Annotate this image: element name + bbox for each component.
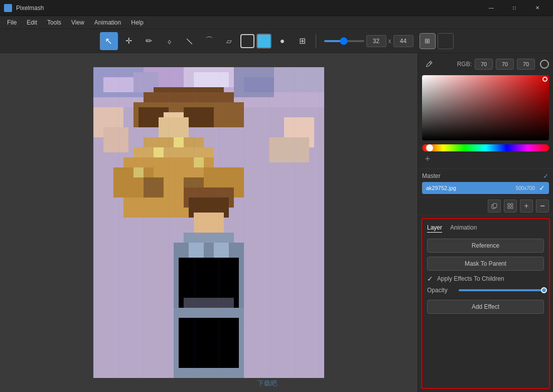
apply-effects-check: ✓ [427,275,433,283]
apply-effects-label: Apply Effects To Children [437,275,504,282]
svg-rect-43 [194,157,204,167]
main-area: 下载吧 RGB: 70 70 70 [0,53,553,392]
color-gradient[interactable] [422,75,549,140]
size-display: 32 x 44 [324,35,413,47]
toolbar-separator [316,34,316,48]
opacity-slider[interactable] [459,289,544,291]
opacity-fill [459,289,544,291]
menu-bar: File Edit Tools View Animation Help [0,16,553,29]
layer-remove-button[interactable]: − [536,200,549,213]
maximize-button[interactable]: □ [503,0,526,16]
svg-rect-6 [274,67,324,92]
svg-rect-10 [244,77,274,92]
watermark: 下载吧 [257,379,277,388]
toolbar: ↖ ✛ ✏ ⬨ | ⌒ ▱ ● ⊞ 32 x 44 ⊞ [0,29,553,53]
add-color-button[interactable]: + [422,153,433,164]
layer-filename: ak29752.jpg [426,185,512,191]
svg-rect-41 [174,137,184,147]
layers-section: Master ✓ ak29752.jpg 500x700 ✓ [418,169,553,198]
tab-layer[interactable]: Layer [427,224,442,233]
color-swatch[interactable] [256,34,271,49]
gradient-cursor [542,77,547,82]
menu-help[interactable]: Help [126,18,149,27]
props-tabs: Layer Animation [427,224,544,233]
svg-rect-39 [269,137,309,162]
app-icon [4,4,12,12]
menu-animation[interactable]: Animation [89,18,126,27]
master-label: Master [422,172,441,179]
minimize-button[interactable]: — [480,0,503,16]
pencil-tool[interactable]: ✏ [140,32,158,50]
svg-rect-55 [493,204,497,208]
layer-copy-button[interactable] [488,200,501,213]
svg-rect-42 [133,167,144,177]
master-check: ✓ [543,172,549,180]
svg-rect-9 [194,72,229,87]
window-controls: — □ ✕ [480,0,549,16]
opacity-row: Opacity [427,287,544,294]
color-tools-row: RGB: 70 70 70 [422,57,549,71]
svg-rect-40 [154,147,164,157]
opacity-label: Opacity [427,287,455,294]
move-tool[interactable]: ✛ [120,32,138,50]
menu-file[interactable]: File [2,18,22,27]
layer-grid-button[interactable] [504,200,517,213]
r-input[interactable]: 70 [475,59,493,70]
add-effect-button[interactable]: Add Effect [427,300,544,314]
canvas-area[interactable]: 下载吧 [0,53,418,392]
svg-rect-33 [179,318,239,368]
layer-size: 500x700 [516,185,535,191]
mask-to-parent-button[interactable]: Mask To Parent [427,257,544,271]
view-toggle: ⊞ [420,33,454,49]
right-panel: RGB: 70 70 70 + Master ✓ [418,53,553,392]
svg-rect-56 [508,204,510,206]
pixel-canvas [93,67,324,378]
close-button[interactable]: ✕ [526,0,549,16]
svg-rect-35 [214,243,229,258]
svg-rect-27 [194,213,224,233]
svg-rect-37 [103,127,128,152]
width-input[interactable]: 32 [366,35,386,47]
rect-tool[interactable] [240,34,254,48]
hue-slider[interactable] [422,144,549,151]
line-tool[interactable]: | [176,28,202,54]
menu-edit[interactable]: Edit [22,18,42,27]
curve-tool[interactable]: ⌒ [200,32,218,50]
cross-icon[interactable]: ⊞ [294,32,312,50]
svg-rect-59 [511,207,513,209]
svg-rect-57 [511,204,513,206]
layer-row[interactable]: ak29752.jpg 500x700 ✓ [422,182,549,194]
app-title: Pixelmash [16,5,476,12]
single-view-btn[interactable] [438,33,454,49]
eraser-tool[interactable]: ▱ [220,32,238,50]
svg-rect-23 [144,177,164,198]
layer-check: ✓ [539,184,545,192]
grid-view-btn[interactable]: ⊞ [420,33,436,49]
menu-view[interactable]: View [66,18,89,27]
svg-rect-34 [189,243,204,258]
color-section: RGB: 70 70 70 + [418,53,553,169]
size-separator: x [388,38,391,45]
size-slider[interactable] [324,40,364,42]
layer-add-button[interactable]: + [520,200,533,213]
fill-tool[interactable]: ⬨ [160,32,178,50]
reference-button[interactable]: Reference [427,239,544,253]
layers-header: Master ✓ [422,172,549,180]
select-tool[interactable]: ↖ [100,32,118,50]
svg-rect-58 [508,207,510,209]
layer-toolbar: + − [418,198,553,215]
hue-cursor [426,144,433,151]
opacity-thumb [541,287,547,293]
color-cursor-indicator [540,60,549,69]
eyedropper-button[interactable] [422,57,436,71]
height-input[interactable]: 44 [393,35,413,47]
g-input[interactable]: 70 [496,59,514,70]
tab-animation[interactable]: Animation [450,224,477,233]
rgb-label: RGB: [457,61,472,68]
title-bar: Pixelmash — □ ✕ [0,0,553,16]
menu-tools[interactable]: Tools [42,18,66,27]
b-input[interactable]: 70 [517,59,535,70]
apply-effects-row: ✓ Apply Effects To Children [427,275,544,283]
layer-properties-panel: Layer Animation Reference Mask To Parent… [421,218,550,389]
circle-icon[interactable]: ● [273,32,292,50]
